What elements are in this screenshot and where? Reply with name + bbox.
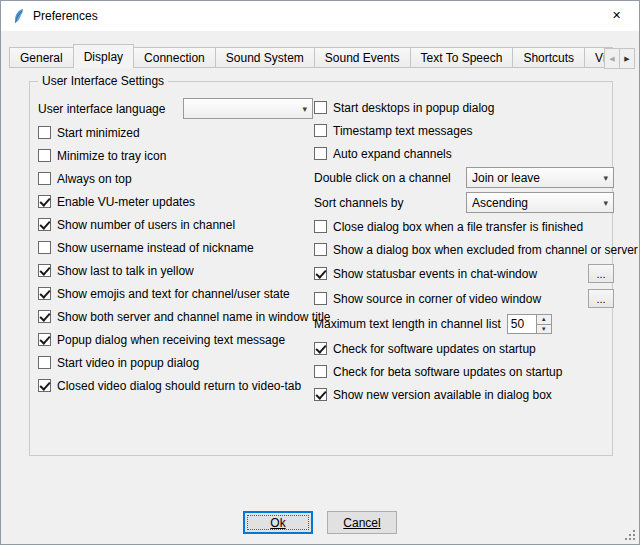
checkbox-label[interactable]: Start video in popup dialog [57, 356, 199, 370]
checkbox[interactable] [38, 287, 51, 300]
checkbox-label[interactable]: Timestamp text messages [333, 124, 473, 138]
video-source-config-button[interactable]: ... [588, 289, 614, 308]
checkbox-label[interactable]: Enable VU-meter updates [57, 195, 195, 209]
tab-scroll-left-icon[interactable]: ◀ [604, 48, 620, 69]
checkbox-row: Show emojis and text for channel/user st… [38, 282, 313, 305]
checkbox-label[interactable]: Show emojis and text for channel/user st… [57, 287, 290, 301]
checkbox[interactable] [38, 241, 51, 254]
checkbox[interactable] [38, 379, 51, 392]
dialog-buttons: Ok Cancel [1, 511, 639, 534]
checkbox[interactable] [314, 388, 327, 401]
double-click-value: Join or leave [472, 171, 599, 185]
checkbox-label[interactable]: Always on top [57, 172, 132, 186]
checkbox-label[interactable]: Show both server and channel name in win… [57, 310, 331, 324]
checkbox[interactable] [38, 172, 51, 185]
right-column: Start desktops in popup dialog Timestamp… [314, 96, 614, 406]
checkbox-row: Timestamp text messages [314, 119, 614, 142]
checkbox[interactable] [314, 147, 327, 160]
window-title: Preferences [33, 9, 98, 23]
checkbox-row: Auto expand channels [314, 142, 614, 165]
checkbox[interactable] [314, 267, 327, 280]
checkbox-label[interactable]: Show username instead of nickname [57, 241, 254, 255]
user-interface-settings-group: User Interface Settings User interface l… [29, 81, 613, 456]
checkbox-row: Show last to talk in yellow [38, 259, 313, 282]
language-select[interactable]: ▾ [183, 98, 313, 119]
checkbox-row: Show username instead of nickname [38, 236, 313, 259]
checkbox-row: Show both server and channel name in win… [38, 305, 313, 328]
checkbox-label[interactable]: Show number of users in channel [57, 218, 235, 232]
tab-connection[interactable]: Connection [133, 47, 216, 67]
language-label: User interface language [38, 102, 183, 116]
checkbox-label[interactable]: Start desktops in popup dialog [333, 101, 494, 115]
statusbar-events-row: Show statusbar events in chat-window ... [314, 261, 614, 286]
close-icon[interactable]: ✕ [594, 1, 639, 30]
checkbox-label[interactable]: Show last to talk in yellow [57, 264, 194, 278]
checkbox[interactable] [314, 220, 327, 233]
checkbox-label[interactable]: Check for software updates on startup [333, 342, 536, 356]
tab-text-to-speech[interactable]: Text To Speech [410, 47, 514, 67]
tab-display[interactable]: Display [73, 44, 134, 68]
checkbox-label[interactable]: Show source in corner of video window [333, 292, 541, 306]
checkbox-row: Close dialog box when a file transfer is… [314, 215, 614, 238]
checkbox[interactable] [314, 243, 327, 256]
checkbox-label[interactable]: Show new version available in dialog box [333, 388, 552, 402]
checkbox[interactable] [38, 195, 51, 208]
spin-down-icon[interactable]: ▼ [537, 325, 551, 334]
spin-up-icon[interactable]: ▲ [537, 315, 551, 325]
sort-channels-row: Sort channels by Ascending ▾ [314, 190, 614, 215]
checkbox[interactable] [314, 101, 327, 114]
checkbox-row: Minimize to tray icon [38, 144, 313, 167]
checkbox-label[interactable]: Show statusbar events in chat-window [333, 267, 537, 281]
checkbox-row: Check for beta software updates on start… [314, 360, 614, 383]
tab-scroll-buttons: ◀ ▶ [604, 48, 635, 69]
titlebar: Preferences ✕ [1, 1, 639, 31]
preferences-dialog: Preferences ✕ General Display Connection… [0, 0, 640, 545]
tab-general[interactable]: General [9, 47, 74, 67]
checkbox-label[interactable]: Popup dialog when receiving text message [57, 333, 285, 347]
checkbox[interactable] [38, 356, 51, 369]
checkbox-label[interactable]: Show a dialog box when excluded from cha… [333, 243, 638, 257]
checkbox-label[interactable]: Closed video dialog should return to vid… [57, 379, 301, 393]
double-click-select[interactable]: Join or leave ▾ [466, 167, 614, 188]
checkbox[interactable] [38, 333, 51, 346]
left-column: User interface language ▾ Start minimize… [38, 96, 313, 397]
checkbox-label[interactable]: Start minimized [57, 126, 140, 140]
checkbox-label[interactable]: Auto expand channels [333, 147, 452, 161]
checkbox-label[interactable]: Minimize to tray icon [57, 149, 166, 163]
tab-shortcuts[interactable]: Shortcuts [512, 47, 585, 67]
checkbox[interactable] [38, 310, 51, 323]
checkbox[interactable] [314, 292, 327, 305]
checkbox-row: Popup dialog when receiving text message [38, 328, 313, 351]
checkbox-row: Show number of users in channel [38, 213, 313, 236]
checkbox[interactable] [314, 365, 327, 378]
tab-sound-system[interactable]: Sound System [215, 47, 315, 67]
checkbox-label[interactable]: Close dialog box when a file transfer is… [333, 220, 583, 234]
checkbox-label[interactable]: Check for beta software updates on start… [333, 365, 562, 379]
checkbox[interactable] [38, 149, 51, 162]
checkbox[interactable] [38, 264, 51, 277]
checkbox[interactable] [314, 342, 327, 355]
checkbox-row: Start desktops in popup dialog [314, 96, 614, 119]
max-text-length-stepper[interactable]: 50 ▲ ▼ [507, 314, 552, 334]
tab-sound-events[interactable]: Sound Events [314, 47, 411, 67]
sort-channels-label: Sort channels by [314, 196, 466, 210]
checkbox-row: Always on top [38, 167, 313, 190]
checkbox-row: Closed video dialog should return to vid… [38, 374, 313, 397]
chevron-down-icon: ▾ [302, 104, 307, 114]
checkbox-row: Start video in popup dialog [38, 351, 313, 374]
max-text-length-label: Maximum text length in channel list [314, 317, 501, 331]
tab-scroll-right-icon[interactable]: ▶ [619, 48, 635, 69]
statusbar-events-config-button[interactable]: ... [588, 264, 614, 283]
max-text-length-row: Maximum text length in channel list 50 ▲… [314, 311, 614, 337]
checkbox[interactable] [38, 218, 51, 231]
resize-grip[interactable] [625, 530, 636, 541]
checkbox[interactable] [38, 126, 51, 139]
double-click-row: Double click on a channel Join or leave … [314, 165, 614, 190]
checkbox[interactable] [314, 124, 327, 137]
spinner-buttons: ▲ ▼ [536, 315, 551, 333]
chevron-down-icon: ▾ [603, 173, 608, 183]
cancel-button[interactable]: Cancel [327, 511, 397, 534]
max-text-length-value[interactable]: 50 [508, 315, 536, 333]
ok-button[interactable]: Ok [243, 511, 313, 534]
sort-channels-select[interactable]: Ascending ▾ [466, 192, 614, 213]
